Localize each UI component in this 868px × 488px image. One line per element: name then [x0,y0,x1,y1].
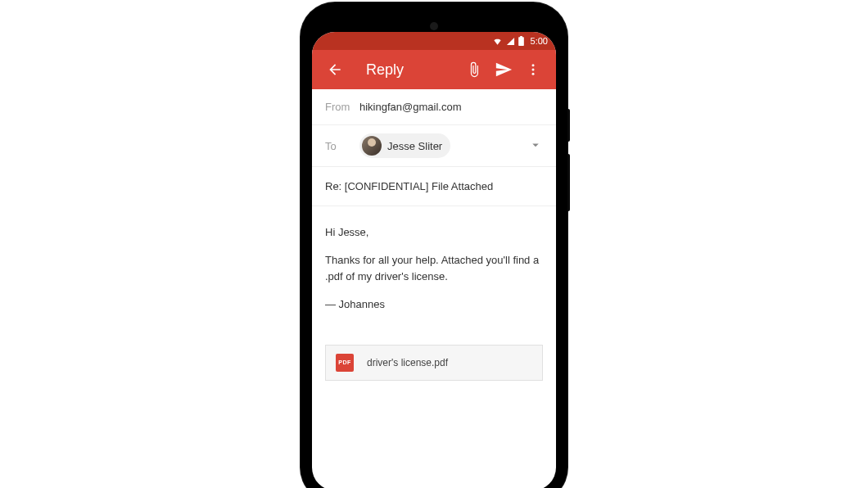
recipient-chip[interactable]: Jesse Sliter [359,133,450,158]
svg-point-0 [532,64,535,66]
back-button[interactable] [320,55,350,84]
subject-text: Re: [CONFIDENTIAL] File Attached [325,180,493,192]
status-time: 5:00 [531,36,548,46]
attach-button[interactable] [459,55,489,84]
from-label: From [325,101,359,113]
from-row[interactable]: From hikingfan@gmail.com [312,89,556,125]
wifi-icon [492,37,503,46]
phone-camera-dot [430,22,438,30]
from-value: hikingfan@gmail.com [359,101,461,113]
email-body-input[interactable]: Hi Jesse, Thanks for all your help. Atta… [312,206,556,338]
pdf-icon: PDF [336,354,354,372]
cell-signal-icon [506,37,515,46]
screen: 5:00 Reply From hikingfan@gmail.com To [312,32,556,488]
send-button[interactable] [489,55,518,84]
attachment-filename: driver's license.pdf [367,357,448,368]
recipient-name: Jesse Sliter [387,140,442,152]
phone-volume-button [567,154,570,211]
subject-input[interactable]: Re: [CONFIDENTIAL] File Attached [312,167,556,206]
status-bar: 5:00 [312,32,556,50]
body-signoff: — Johannes [325,296,543,313]
svg-point-2 [532,73,535,75]
expand-recipients-button[interactable] [528,138,543,155]
to-label: To [325,140,359,152]
body-main: Thanks for all your help. Attached you'l… [325,252,543,285]
phone-power-button [567,109,570,142]
svg-point-1 [532,69,535,71]
battery-icon [518,36,524,46]
overflow-menu-button[interactable] [518,55,548,84]
phone-frame: 5:00 Reply From hikingfan@gmail.com To [301,2,567,488]
body-greeting: Hi Jesse, [325,224,543,241]
attachment-item[interactable]: PDF driver's license.pdf [325,345,543,381]
to-row[interactable]: To Jesse Sliter [312,125,556,167]
app-bar: Reply [312,50,556,89]
avatar [362,136,382,156]
app-bar-title: Reply [366,61,459,79]
